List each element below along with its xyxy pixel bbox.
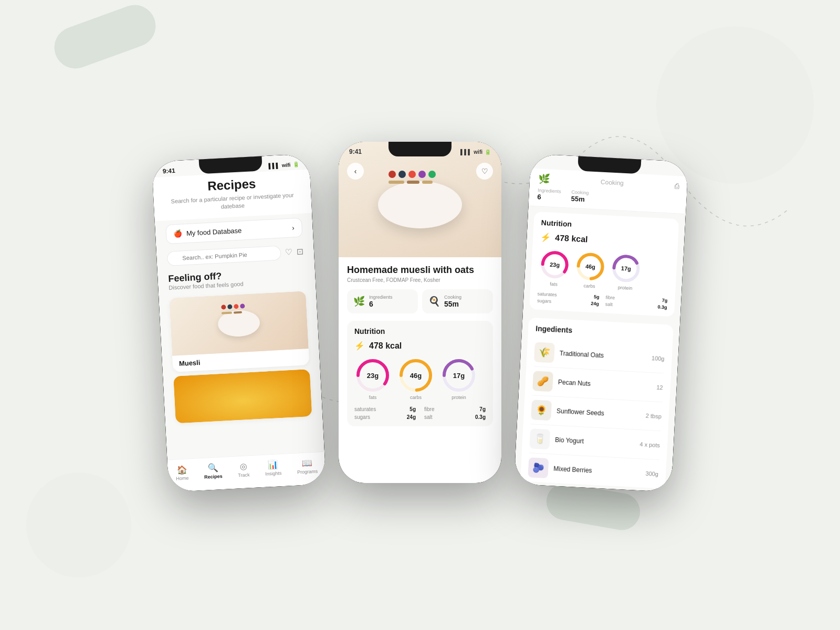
right-sugars-value: 24g [591, 301, 599, 307]
fats-name: fats [369, 395, 377, 400]
recipe-hero: ‹ ♡ [339, 142, 501, 257]
recipes-header: Recipes Search for a particular recipe o… [152, 170, 312, 221]
seeds-icon: 🌻 [536, 404, 548, 416]
right-fats-value: 23g [550, 261, 560, 268]
yogurt-name: Bio Yogurt [555, 436, 635, 448]
bg-decoration-3 [656, 26, 814, 184]
nav-insights[interactable]: 📊 Insights [265, 459, 282, 477]
detail-grid: saturates 5g fibre 7g sugars 24g [354, 406, 486, 420]
right-carbs-label: 46g [585, 263, 596, 270]
berries-qty: 300g [645, 470, 658, 477]
protein-chart: 17g [440, 357, 477, 394]
right-salt-row: salt 0.3g [605, 301, 667, 310]
right-carbs-name: carbs [583, 283, 595, 289]
ingredient-berries[interactable]: 🫐 Mixed Berries 300g [528, 453, 659, 488]
pecans-icon: 🥜 [537, 375, 549, 387]
right-sugars-row: sugars 24g [537, 298, 599, 307]
database-btn-left: 🍎 My food Database [174, 226, 242, 238]
phone-center: 9:41 ▌▌▌ wifi 🔋 ‹ ♡ [339, 142, 501, 483]
center-battery-icon: 🔋 [485, 149, 491, 155]
database-button[interactable]: 🍎 My food Database › [165, 217, 303, 244]
recipe-card-muesli[interactable]: Muesli [169, 291, 309, 372]
ingredients-count: 6 [369, 300, 393, 308]
ingredients-icon: 🌿 [353, 296, 365, 307]
database-label: My food Database [186, 226, 242, 237]
nav-recipes[interactable]: 🔍 Recipes [204, 463, 223, 480]
back-button[interactable]: ‹ [347, 163, 364, 180]
left-time: 9:41 [162, 167, 175, 175]
filter-icon[interactable]: ⊡ [297, 247, 304, 257]
saturates-value: 5g [410, 406, 416, 412]
right-saturates-label: saturates [537, 291, 557, 298]
salt-row: salt 0.3g [424, 414, 486, 420]
recipe-tags: Crustcean Free, FODMAP Free, Kosher [347, 277, 493, 283]
nav-home[interactable]: 🏠 Home [175, 464, 189, 481]
recipe-name: Homemade muesli with oats [347, 265, 493, 276]
carbs-chart: 46g [397, 357, 434, 394]
right-protein-label: 17g [621, 265, 632, 272]
oats-img: 🌾 [534, 342, 555, 363]
bottom-nav: 🏠 Home 🔍 Recipes ◎ Track 📊 Insights [167, 452, 326, 492]
fibre-row: fibre 7g [424, 406, 486, 412]
yogurt-icon: 🥛 [534, 433, 546, 445]
center-time: 9:41 [349, 148, 362, 155]
nav-insights-label: Insights [265, 470, 282, 477]
bg-decoration-4 [26, 472, 131, 578]
center-wifi-icon: wifi [474, 149, 482, 155]
right-nutrition-section: Nutrition ⚡ 478 kcal [529, 212, 679, 317]
search-input[interactable] [167, 245, 281, 266]
favorites-icon[interactable]: ♡ [285, 247, 293, 258]
nav-programs[interactable]: 📖 Programs [297, 458, 318, 475]
cooking-label: Cooking [444, 295, 461, 300]
right-fibre-value: 7g [662, 298, 668, 303]
right-fibre-label: fibre [605, 295, 615, 300]
cooking-label-text: Cooking [601, 178, 624, 187]
nav-home-label: Home [176, 475, 189, 481]
chevron-right-icon: › [292, 224, 295, 232]
right-macro-row: 23g fats [538, 248, 670, 293]
cooking-header-label: Cooking [601, 178, 624, 187]
berries-icon: 🫐 [532, 462, 544, 474]
nav-track[interactable]: ◎ Track [237, 461, 250, 478]
carbs-label: 46g [410, 372, 422, 380]
kcal-value: 478 kcal [369, 341, 402, 351]
phone-right: 9:41 🌿 Cooking ⎙ Ingredie [514, 154, 689, 492]
pecans-name: Pecan Nuts [558, 379, 652, 391]
share-icon[interactable]: ⎙ [674, 182, 679, 190]
protein-value: 17g [453, 372, 465, 380]
ingredients-info: Ingredients 6 [369, 295, 393, 308]
pecans-img: 🥜 [532, 371, 553, 392]
phones-container: 9:41 ▌▌▌ wifi 🔋 Recipes Search for a par… [160, 142, 680, 488]
carbs-value: 46g [410, 372, 422, 380]
nutrition-title: Nutrition [354, 327, 486, 335]
signal-icon: ▌▌▌ [268, 162, 280, 169]
leaf-icon: 🌿 [538, 173, 550, 185]
favorite-button[interactable]: ♡ [476, 163, 493, 180]
phone-left: 9:41 ▌▌▌ wifi 🔋 Recipes Search for a par… [152, 154, 327, 492]
soup-image [173, 369, 312, 423]
recipe-card-soup[interactable] [173, 369, 312, 423]
ingredients-meta-right: Ingredients 6 [537, 187, 561, 202]
center-signal-icon: ▌▌▌ [460, 149, 471, 155]
track-icon: ◎ [239, 461, 247, 472]
right-saturates-value: 5g [594, 294, 600, 300]
home-icon: 🏠 [176, 465, 187, 475]
phone-center-screen: 9:41 ▌▌▌ wifi 🔋 ‹ ♡ [339, 142, 501, 483]
oats-icon: 🌾 [538, 346, 550, 359]
fats-chart: 23g [354, 357, 391, 394]
seeds-name: Sunflower Seeds [556, 407, 641, 419]
right-fats-label: 23g [550, 261, 560, 268]
battery-icon: 🔋 [292, 161, 299, 167]
right-ingredients-screen: 9:41 🌿 Cooking ⎙ Ingredie [514, 154, 689, 492]
nav-recipes-label: Recipes [204, 474, 223, 480]
cooking-meta-value: 55m [571, 195, 589, 204]
center-status-icons: ▌▌▌ wifi 🔋 [460, 149, 491, 155]
ingredients-section-title: Ingedients [536, 324, 666, 339]
phone-right-screen: 9:41 🌿 Cooking ⎙ Ingredie [514, 154, 689, 492]
fats-label: 23g [367, 372, 379, 380]
right-detail-grid: saturates 5g fibre 7g sugars 24g salt [537, 291, 668, 310]
right-carbs-chart: 46g [574, 250, 607, 283]
sugars-value: 24g [407, 414, 416, 420]
oats-qty: 100g [652, 355, 665, 362]
macro-row: 23g fats [354, 357, 486, 400]
